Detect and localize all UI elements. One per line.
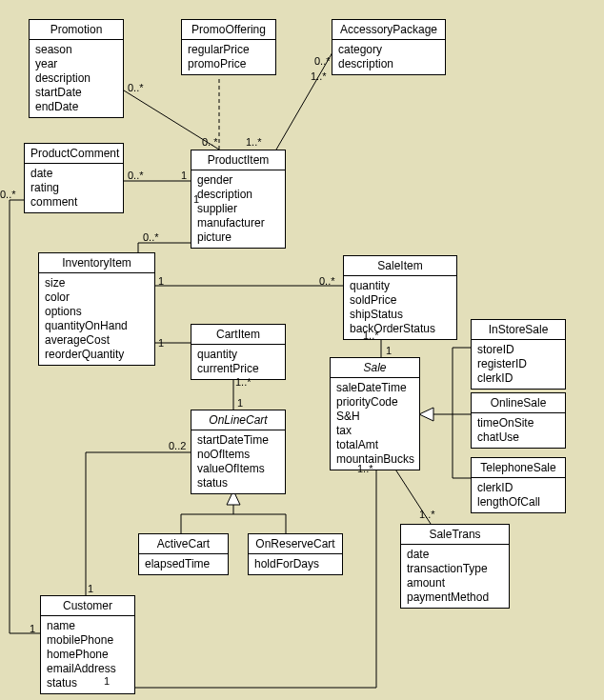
class-attrs: name mobilePhone homePhone emailAddress … — [41, 616, 134, 693]
class-title: TelephoneSale — [472, 458, 565, 478]
class-online-sale: OnlineSale timeOnSite chatUse — [471, 392, 566, 449]
class-attrs: quantity soldPrice shipStatus backOrderS… — [344, 276, 456, 339]
class-title: CartItem — [191, 325, 285, 345]
class-attrs: size color options quantityOnHand averag… — [39, 273, 154, 365]
multiplicity: 1 — [386, 345, 392, 356]
svg-line-2 — [276, 52, 332, 150]
multiplicity: 1 — [158, 337, 164, 349]
multiplicity: 0..* — [143, 231, 159, 243]
multiplicity: 1 — [181, 170, 187, 181]
class-attrs: regularPrice promoPrice — [182, 40, 275, 74]
multiplicity: 1..* — [246, 136, 262, 148]
svg-marker-9 — [419, 408, 433, 421]
multiplicity: 1..* — [311, 70, 327, 82]
multiplicity: 0..* — [128, 170, 144, 181]
multiplicity: 1 — [193, 193, 199, 205]
class-attrs: season year description startDate endDat… — [30, 40, 123, 117]
class-in-store-sale: InStoreSale storeID registerID clerkID — [471, 319, 566, 390]
multiplicity: 0..* — [314, 55, 331, 67]
class-title: OnReserveCart — [249, 534, 342, 554]
class-attrs: date transactionType amount paymentMetho… — [401, 545, 509, 608]
multiplicity: 1..* — [363, 330, 379, 341]
class-attrs: category description — [332, 40, 445, 74]
class-title: OnlineSale — [472, 393, 565, 413]
class-product-item: ProductItem gender description supplier … — [191, 150, 286, 249]
multiplicity: 0..* — [0, 189, 16, 200]
class-title: SaleTrans — [401, 525, 509, 545]
multiplicity: 1 — [104, 675, 110, 687]
class-title: OnLineCart — [191, 410, 285, 430]
class-title: ActiveCart — [139, 534, 228, 554]
class-sale-item: SaleItem quantity soldPrice shipStatus b… — [343, 255, 457, 340]
multiplicity: 1..* — [357, 463, 373, 474]
class-promo-offering: PromoOffering regularPrice promoPrice — [181, 19, 276, 75]
multiplicity: 1 — [88, 583, 93, 594]
multiplicity: 0..* — [319, 275, 335, 287]
class-product-comment: ProductComment date rating comment — [24, 143, 124, 213]
class-title: Sale — [331, 358, 419, 378]
uml-diagram: Promotion season year description startD… — [0, 0, 604, 700]
class-title: Customer — [41, 596, 134, 616]
multiplicity: 1 — [30, 623, 35, 634]
class-attrs: timeOnSite chatUse — [472, 413, 565, 448]
class-title: SaleItem — [344, 256, 456, 276]
class-active-cart: ActiveCart elapsedTime — [138, 533, 229, 575]
class-promotion: Promotion season year description startD… — [29, 19, 124, 118]
multiplicity: 1..* — [419, 509, 435, 520]
multiplicity: 1 — [237, 397, 243, 409]
class-sale-trans: SaleTrans date transactionType amount pa… — [400, 524, 510, 609]
class-telephone-sale: TelephoneSale clerkID lengthOfCall — [471, 457, 566, 513]
multiplicity: 0..* — [202, 136, 218, 148]
multiplicity: 1..* — [235, 376, 252, 388]
class-attrs: gender description supplier manufacturer… — [191, 170, 285, 248]
class-attrs: startDateTime noOfItems valueOfItems sta… — [191, 430, 285, 493]
class-on-reserve-cart: OnReserveCart holdForDays — [248, 533, 343, 575]
class-attrs: quantity currentPrice — [191, 345, 285, 379]
class-title: AccessoryPackage — [332, 20, 445, 40]
class-accessory-package: AccessoryPackage category description — [332, 19, 446, 75]
multiplicity: 1 — [158, 275, 164, 287]
class-customer: Customer name mobilePhone homePhone emai… — [40, 595, 135, 694]
class-online-cart: OnLineCart startDateTime noOfItems value… — [191, 410, 286, 494]
class-attrs: saleDateTime priorityCode S&H tax totalA… — [331, 378, 419, 470]
class-title: Promotion — [30, 20, 123, 40]
class-attrs: date rating comment — [25, 164, 123, 212]
class-title: InventoryItem — [39, 253, 154, 273]
class-sale: Sale saleDateTime priorityCode S&H tax t… — [330, 357, 420, 470]
class-inventory-item: InventoryItem size color options quantit… — [38, 252, 155, 366]
multiplicity: 0..2 — [169, 440, 186, 451]
class-title: ProductComment — [25, 144, 123, 164]
class-title: ProductItem — [191, 150, 285, 170]
class-attrs: clerkID lengthOfCall — [472, 478, 565, 512]
multiplicity: 0..* — [128, 82, 144, 93]
class-title: PromoOffering — [182, 20, 275, 40]
class-attrs: holdForDays — [249, 554, 342, 574]
class-attrs: elapsedTime — [139, 554, 228, 574]
class-attrs: storeID registerID clerkID — [472, 340, 565, 389]
class-title: InStoreSale — [472, 320, 565, 340]
class-cart-item: CartItem quantity currentPrice — [191, 324, 286, 380]
